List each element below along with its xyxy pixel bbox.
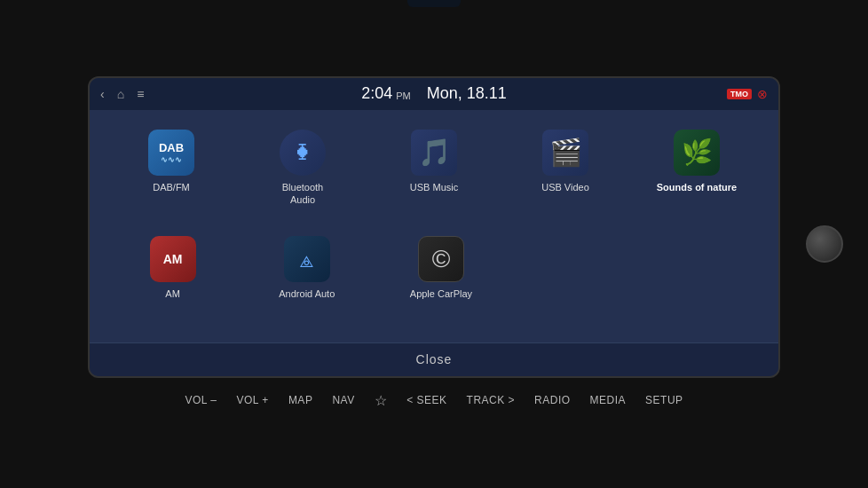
- nav-button[interactable]: NAV: [332, 390, 354, 410]
- vol-minus-button[interactable]: VOL –: [185, 390, 217, 410]
- dab-wave: ∿∿∿: [161, 155, 182, 164]
- usbvideo-icon: 🎬: [542, 130, 588, 176]
- car-infotainment-bezel: ‹ ⌂ ≡ 2:04 PM Mon, 18.11 TMO ⊗: [0, 0, 868, 488]
- nav-controls: ‹ ⌂ ≡: [100, 87, 144, 101]
- carplay-label: Apple CarPlay: [410, 287, 472, 300]
- media-item-dabfm[interactable]: DAB ∿∿∿ DAB/FM: [107, 122, 235, 214]
- usbmusic-icon: 🎵: [411, 130, 457, 176]
- media-item-usbvideo[interactable]: 🎬 USB Video: [501, 122, 629, 214]
- media-grid-container: DAB ∿∿∿ DAB/FM ⧳ BluetoothAudio 🎵: [90, 110, 778, 342]
- bluetooth-icon: ⧳: [280, 130, 326, 176]
- setup-button[interactable]: SETUP: [645, 390, 683, 410]
- close-label: Close: [416, 352, 453, 366]
- media-item-usbmusic[interactable]: 🎵 USB Music: [370, 122, 498, 214]
- media-row-2: AM AM ⟁ Android Auto © Apple CarPla: [107, 229, 761, 307]
- top-notch: [407, 0, 461, 7]
- dabfm-label: DAB/FM: [153, 181, 190, 193]
- vol-plus-button[interactable]: VOL +: [236, 390, 268, 410]
- android-label: Android Auto: [279, 287, 335, 300]
- carplay-icon: ©: [418, 236, 464, 282]
- usbmusic-label: USB Music: [410, 181, 458, 193]
- back-button[interactable]: ‹: [100, 87, 105, 101]
- clock-display: 2:04 PM Mon, 18.11: [361, 84, 507, 103]
- home-button[interactable]: ⌂: [117, 87, 124, 101]
- sounds-nature-icon: 🌿: [674, 130, 720, 176]
- carrier-badge: TMO: [727, 89, 752, 99]
- close-button[interactable]: Close: [90, 342, 778, 376]
- media-item-bluetooth[interactable]: ⧳ BluetoothAudio: [239, 122, 367, 214]
- sounds-label: Sounds of nature: [657, 181, 737, 193]
- date-display: Mon, 18.11: [427, 84, 507, 103]
- android-auto-icon: ⟁: [284, 236, 330, 282]
- no-signal-icon: ⊗: [757, 87, 768, 101]
- am-label: AM: [165, 287, 180, 300]
- media-button[interactable]: MEDIA: [590, 390, 627, 410]
- ampm-display: PM: [396, 91, 411, 101]
- status-indicators: TMO ⊗: [727, 87, 768, 101]
- media-item-am[interactable]: AM AM: [107, 229, 238, 307]
- volume-knob[interactable]: [806, 225, 843, 263]
- media-item-sounds[interactable]: 🌿 Sounds of nature: [633, 122, 761, 214]
- media-row-1: DAB ∿∿∿ DAB/FM ⧳ BluetoothAudio 🎵: [107, 122, 761, 221]
- bottom-controls: VOL – VOL + MAP NAV ☆ < SEEK TRACK > RAD…: [185, 389, 683, 413]
- usbvideo-label: USB Video: [541, 181, 589, 193]
- infotainment-screen: ‹ ⌂ ≡ 2:04 PM Mon, 18.11 TMO ⊗: [88, 76, 780, 378]
- media-item-android[interactable]: ⟁ Android Auto: [241, 229, 372, 307]
- am-icon: AM: [150, 236, 196, 282]
- track-fwd-button[interactable]: TRACK >: [467, 390, 516, 410]
- media-item-carplay[interactable]: © Apple CarPlay: [375, 229, 506, 307]
- radio-button[interactable]: RADIO: [534, 390, 571, 410]
- favorite-button[interactable]: ☆: [375, 389, 388, 413]
- menu-button[interactable]: ≡: [137, 87, 144, 101]
- seek-back-button[interactable]: < SEEK: [406, 390, 446, 410]
- dabfm-icon: DAB ∿∿∿: [148, 130, 194, 176]
- status-bar: ‹ ⌂ ≡ 2:04 PM Mon, 18.11 TMO ⊗: [90, 78, 778, 110]
- map-button[interactable]: MAP: [288, 390, 313, 410]
- time-display: 2:04: [361, 84, 392, 103]
- bluetooth-label: BluetoothAudio: [282, 181, 323, 207]
